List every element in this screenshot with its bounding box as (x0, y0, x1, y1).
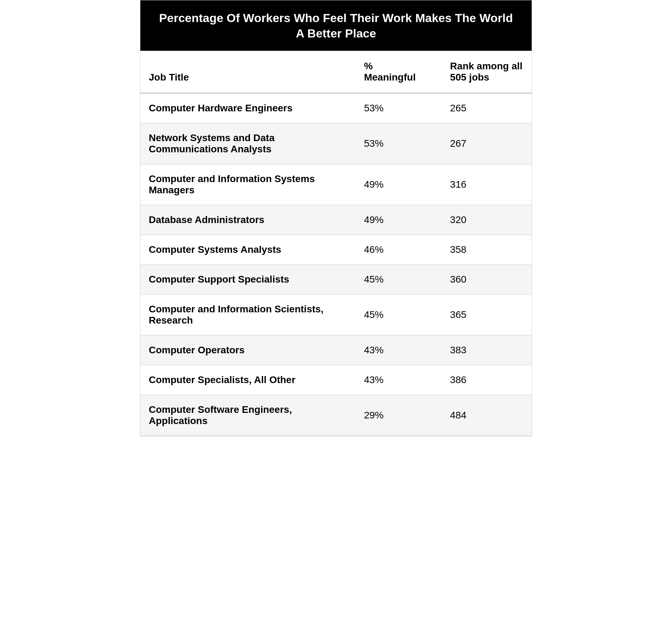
table-title: Percentage Of Workers Who Feel Their Wor… (140, 0, 532, 51)
table-row: Computer Software Engineers, Application… (140, 395, 532, 436)
cell-percent: 29% (356, 395, 442, 436)
cell-job-title: Computer Software Engineers, Application… (140, 395, 356, 436)
table-row: Computer Support Specialists45%360 (140, 265, 532, 294)
cell-job-title: Computer Operators (140, 335, 356, 365)
cell-rank: 360 (442, 265, 532, 294)
column-header-percent-meaningful: %Meaningful (356, 51, 442, 93)
table-row: Computer Operators43%383 (140, 335, 532, 365)
table-header-row: Job Title %Meaningful Rank among all 505… (140, 51, 532, 93)
cell-rank: 265 (442, 93, 532, 123)
table-row: Database Administrators49%320 (140, 205, 532, 235)
cell-job-title: Computer and Information Scientists, Res… (140, 294, 356, 335)
cell-rank: 267 (442, 123, 532, 164)
column-header-job-title: Job Title (140, 51, 356, 93)
cell-rank: 358 (442, 235, 532, 265)
cell-rank: 365 (442, 294, 532, 335)
data-table: Job Title %Meaningful Rank among all 505… (140, 51, 532, 436)
cell-rank: 383 (442, 335, 532, 365)
cell-percent: 45% (356, 294, 442, 335)
cell-percent: 49% (356, 164, 442, 205)
cell-job-title: Network Systems and Data Communications … (140, 123, 356, 164)
cell-percent: 43% (356, 335, 442, 365)
cell-rank: 316 (442, 164, 532, 205)
cell-percent: 53% (356, 123, 442, 164)
cell-job-title: Database Administrators (140, 205, 356, 235)
cell-rank: 386 (442, 365, 532, 395)
cell-percent: 53% (356, 93, 442, 123)
cell-job-title: Computer and Information Systems Manager… (140, 164, 356, 205)
cell-percent: 43% (356, 365, 442, 395)
cell-job-title: Computer Support Specialists (140, 265, 356, 294)
cell-job-title: Computer Systems Analysts (140, 235, 356, 265)
table-body: Computer Hardware Engineers53%265Network… (140, 93, 532, 436)
table-row: Computer Hardware Engineers53%265 (140, 93, 532, 123)
table-row: Computer Systems Analysts46%358 (140, 235, 532, 265)
cell-percent: 45% (356, 265, 442, 294)
table-row: Computer and Information Systems Manager… (140, 164, 532, 205)
cell-percent: 49% (356, 205, 442, 235)
main-container: Percentage Of Workers Who Feel Their Wor… (140, 0, 532, 436)
table-row: Network Systems and Data Communications … (140, 123, 532, 164)
cell-job-title: Computer Hardware Engineers (140, 93, 356, 123)
cell-rank: 320 (442, 205, 532, 235)
cell-job-title: Computer Specialists, All Other (140, 365, 356, 395)
cell-rank: 484 (442, 395, 532, 436)
table-row: Computer Specialists, All Other43%386 (140, 365, 532, 395)
table-row: Computer and Information Scientists, Res… (140, 294, 532, 335)
cell-percent: 46% (356, 235, 442, 265)
column-header-rank: Rank among all 505 jobs (442, 51, 532, 93)
